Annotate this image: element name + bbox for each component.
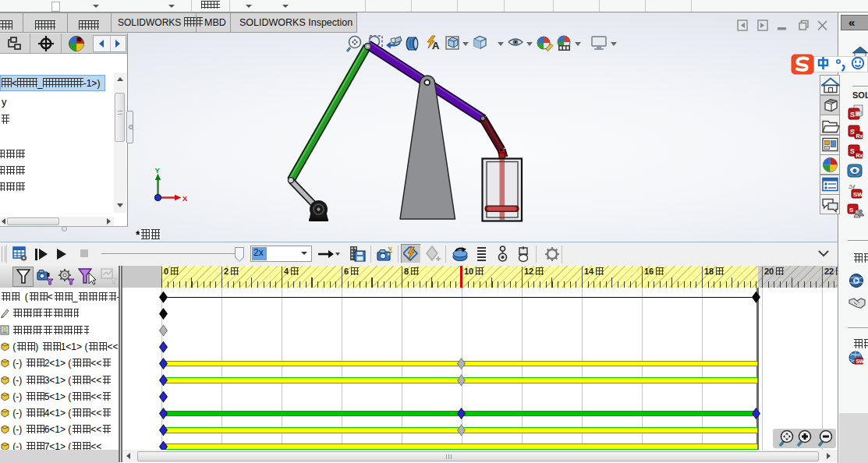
svg-text:S: S: [850, 111, 855, 118]
svg-text:S: S: [850, 147, 855, 155]
svg-text:S: S: [850, 128, 855, 136]
svg-text:SW: SW: [856, 359, 864, 364]
svg-text:S: S: [849, 207, 854, 214]
svg-text:SW: SW: [853, 191, 863, 198]
svg-text:Y: Y: [155, 166, 161, 175]
svg-text:Rx: Rx: [856, 153, 863, 158]
svg-text:X: X: [182, 194, 188, 203]
svg-text:Rx: Rx: [856, 133, 863, 139]
